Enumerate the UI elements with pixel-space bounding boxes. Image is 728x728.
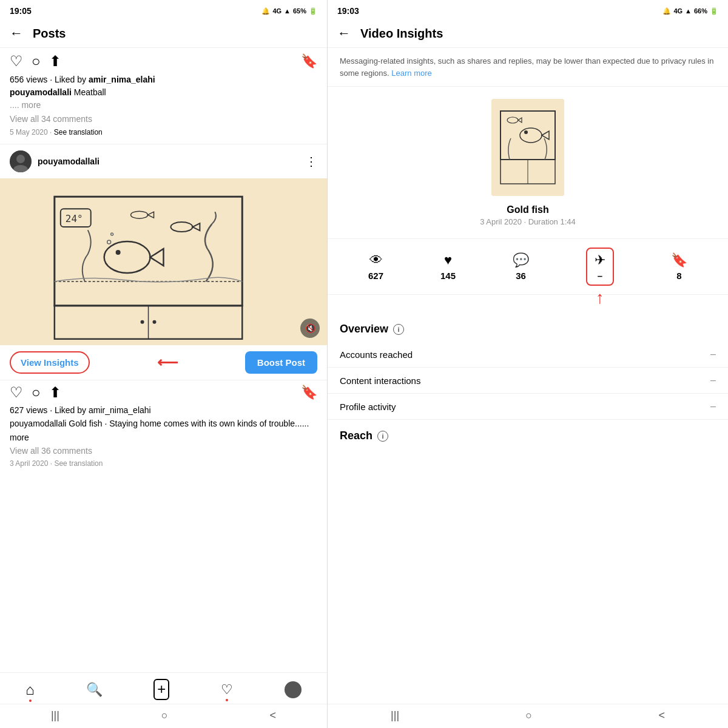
views-value: 627 (368, 271, 383, 281)
right-panel: 19:03 🔔 4G ▲ 66% 🔋 ← Video Insights Mess… (328, 0, 728, 728)
post1-interactions: ♡ ○ ⬆ 🔖 (0, 48, 327, 72)
post2-date: 3 April 2020 (10, 459, 48, 468)
post1-author: pouyamodallali (10, 87, 72, 97)
save-button-post1[interactable]: 🔖 (301, 55, 317, 68)
comment-button-post2[interactable]: ○ (32, 385, 41, 400)
share-button-post1[interactable]: ⬆ (49, 54, 61, 69)
video-thumb-section: Gold fish 3 April 2020 · Duration 1:44 (328, 87, 728, 238)
android-menu-left[interactable]: ||| (51, 709, 59, 722)
post2-more-dots[interactable]: ⋮ (305, 154, 317, 169)
saves-icon: 🔖 (671, 252, 687, 268)
overview-info-icon[interactable]: i (393, 324, 404, 335)
post1-liked-username: amir_nima_elahi (89, 75, 155, 84)
nav-profile[interactable] (285, 681, 302, 698)
view-insights-button[interactable]: View Insights (10, 351, 90, 374)
svg-point-1 (16, 155, 25, 163)
shares-value: – (598, 271, 602, 281)
like-button-post1[interactable]: ♡ (10, 54, 23, 69)
stat-shares: ✈ – ↑ (586, 248, 614, 286)
android-home-right[interactable]: ○ (525, 709, 532, 722)
status-bar-left: 19:05 🔔 4G ▲ 65% 🔋 (0, 0, 327, 19)
post1-views: 656 views (10, 75, 47, 84)
post2-avatar (10, 150, 32, 172)
red-up-arrow: ↑ (596, 288, 604, 308)
android-menu-right[interactable]: ||| (391, 709, 399, 722)
post1-more[interactable]: .... more (10, 99, 317, 112)
post2-author-name: pouyamodallali (10, 419, 66, 428)
video-date: 3 April 2020 · Duration 1:44 (480, 217, 576, 226)
post1-translate[interactable]: See translation (54, 128, 103, 136)
boost-post-button[interactable]: Boost Post (245, 351, 317, 374)
content-interactions-value: – (710, 375, 716, 386)
info-banner: Messaging-related insights, such as shar… (328, 48, 728, 87)
post2-liked-username: amir_nima_elahi (89, 405, 151, 415)
post2-views: 627 views (10, 405, 47, 415)
stat-comments: 💬 36 (513, 252, 529, 281)
share-button-post2[interactable]: ⬆ (49, 385, 61, 400)
nav-heart[interactable]: ♡ (221, 682, 233, 698)
svg-point-23 (524, 130, 528, 134)
status-bar-right: 19:03 🔔 4G ▲ 66% 🔋 (328, 0, 728, 19)
right-header: ← Video Insights (328, 19, 728, 48)
post2-interactions: ♡ ○ ⬆ 🔖 (0, 380, 327, 402)
android-back-left[interactable]: < (270, 709, 277, 722)
post2-header: pouyamodallali ⋮ (0, 144, 327, 178)
red-arrow-indicator: ⟵ (157, 354, 178, 371)
post2-meta: 627 views · Liked by amir_nima_elahi pou… (0, 402, 327, 473)
post2-card: pouyamodallali ⋮ 24° (0, 144, 327, 380)
svg-point-8 (141, 320, 144, 324)
profile-avatar-nav (285, 681, 302, 698)
page-title-left: Posts (33, 27, 66, 41)
post2-username: pouyamodallali (38, 157, 99, 166)
comment-button-post1[interactable]: ○ (32, 54, 41, 69)
shares-icon: ✈ (595, 252, 605, 268)
save-button-post2[interactable]: 🔖 (301, 386, 317, 399)
likes-value: 145 (440, 271, 456, 281)
reach-section-title: Reach i (328, 420, 728, 448)
reach-label: Reach (340, 430, 372, 442)
profile-activity-label: Profile activity (340, 402, 396, 412)
back-button-right[interactable]: ← (337, 25, 351, 41)
overview-label: Overview (340, 323, 388, 335)
post1-comments[interactable]: View all 34 comments (10, 113, 317, 126)
overview-row-profile: Profile activity – (328, 394, 728, 420)
status-icons-right: 🔔 4G ▲ 66% 🔋 (662, 7, 718, 15)
post1-meta: 656 views · Liked by amir_nima_elahi pou… (0, 72, 327, 141)
profile-activity-value: – (710, 401, 716, 412)
status-icons-left: 🔔 4G ▲ 65% 🔋 (261, 7, 317, 15)
comments-icon: 💬 (513, 252, 529, 268)
stats-row: 👁 627 ♥ 145 💬 36 ✈ – ↑ 🔖 8 (328, 238, 728, 295)
video-title: Gold fish (507, 204, 548, 215)
post2-caption: Gold fish (69, 419, 102, 428)
stat-saves: 🔖 8 (671, 252, 687, 281)
post2-translate[interactable]: See translation (54, 459, 103, 468)
android-back-right[interactable]: < (658, 709, 665, 722)
stat-likes: ♥ 145 (440, 252, 456, 281)
mute-icon[interactable]: 🔇 (300, 318, 320, 338)
accounts-reached-value: – (710, 349, 716, 360)
android-home-left[interactable]: ○ (161, 709, 168, 722)
post2-more[interactable]: more (10, 433, 29, 442)
post1-date: 5 May 2020 (10, 128, 48, 136)
post2-comments[interactable]: View all 36 comments (10, 444, 317, 457)
svg-text:24°: 24° (66, 213, 83, 224)
bottom-nav: ⌂ 🔍 + ♡ (0, 672, 327, 704)
like-button-post2[interactable]: ♡ (10, 385, 23, 400)
post2-caption2: Staying home comes with its own kinds of… (109, 419, 309, 428)
comments-value: 36 (516, 271, 526, 281)
nav-search[interactable]: 🔍 (86, 682, 103, 698)
back-button-left[interactable]: ← (10, 25, 23, 41)
content-interactions-label: Content interactions (340, 376, 420, 386)
android-nav-right: ||| ○ < (328, 704, 728, 728)
left-panel: 19:05 🔔 4G ▲ 65% 🔋 ← Posts ♡ ○ ⬆ 🔖 656 v… (0, 0, 328, 728)
learn-more-link[interactable]: Learn more (391, 69, 431, 78)
accounts-reached-label: Accounts reached (340, 349, 413, 360)
nav-add[interactable]: + (153, 679, 169, 700)
svg-point-9 (153, 320, 157, 324)
nav-home[interactable]: ⌂ (25, 681, 35, 698)
fish-tank-image: 24° 🔇 (0, 178, 327, 345)
svg-point-15 (116, 250, 121, 255)
overview-row-accounts: Accounts reached – (328, 342, 728, 368)
reach-info-icon[interactable]: i (377, 431, 388, 442)
overview-row-content: Content interactions – (328, 368, 728, 394)
